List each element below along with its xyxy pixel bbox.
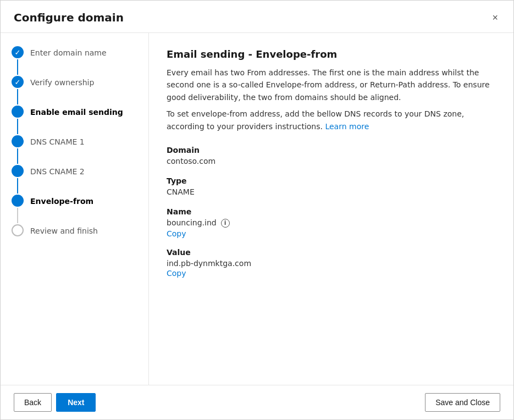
sidebar-item-enter-domain[interactable]: ✓ Enter domain name — [12, 46, 137, 76]
field-value: Value ind.pb-dynmktga.com Copy — [167, 248, 496, 278]
field-name: Name bouncing.ind i Copy — [167, 207, 496, 238]
sidebar-item-review-finish[interactable]: Review and finish — [12, 224, 137, 237]
step-circle-enable-email-sending — [12, 106, 24, 118]
footer-left-buttons: Back Next — [14, 393, 96, 412]
sidebar: ✓ Enter domain name ✓ Verify ownership — [1, 33, 149, 385]
configure-domain-modal: Configure domain × ✓ Enter domain name — [0, 0, 514, 420]
step-line-4 — [17, 148, 18, 164]
modal-body: ✓ Enter domain name ✓ Verify ownership — [1, 33, 513, 385]
content-description1: Every email has two From addresses. The … — [167, 67, 496, 103]
step-indicator-review-finish — [12, 224, 24, 236]
content-title: Email sending - Envelope-from — [167, 48, 496, 60]
step-circle-dns-cname-1 — [12, 135, 24, 147]
step-indicator-enter-domain: ✓ — [12, 46, 24, 76]
step-indicator-verify-ownership: ✓ — [12, 76, 24, 106]
step-indicator-enable-email-sending — [12, 106, 24, 135]
step-circle-enter-domain: ✓ — [12, 46, 24, 58]
field-domain: Domain contoso.com — [167, 146, 496, 167]
step-circle-verify-ownership: ✓ — [12, 76, 24, 88]
field-value-label: Value — [167, 248, 496, 257]
step-line-2 — [17, 89, 18, 104]
step-line-1 — [17, 59, 18, 75]
field-name-label: Name — [167, 207, 496, 216]
close-button[interactable]: × — [490, 10, 500, 25]
step-label-envelope-from: Envelope-from — [30, 195, 93, 207]
sidebar-item-enable-email-sending[interactable]: Enable email sending — [12, 106, 137, 135]
step-indicator-dns-cname-1 — [12, 135, 24, 165]
step-label-enable-email-sending: Enable email sending — [30, 106, 123, 118]
sidebar-item-verify-ownership[interactable]: ✓ Verify ownership — [12, 76, 137, 106]
step-indicator-dns-cname-2 — [12, 165, 24, 195]
sidebar-item-dns-cname-2[interactable]: DNS CNAME 2 — [12, 165, 137, 195]
field-domain-value: contoso.com — [167, 157, 496, 165]
step-label-review-finish: Review and finish — [30, 224, 98, 237]
field-domain-label: Domain — [167, 146, 496, 154]
step-label-verify-ownership: Verify ownership — [30, 76, 94, 89]
field-type-value: CNAME — [167, 187, 496, 196]
info-icon: i — [221, 219, 230, 228]
sidebar-item-dns-cname-1[interactable]: DNS CNAME 1 — [12, 135, 137, 165]
copy-value-link[interactable]: Copy — [167, 269, 496, 278]
step-label-enter-domain: Enter domain name — [30, 46, 107, 59]
learn-more-link[interactable]: Learn more — [325, 122, 369, 131]
field-value-value: ind.pb-dynmktga.com — [167, 259, 496, 268]
step-line-6 — [17, 208, 18, 223]
field-name-value: bouncing.ind — [167, 218, 217, 227]
modal-footer: Back Next Save and Close — [1, 385, 513, 419]
next-button[interactable]: Next — [56, 393, 96, 412]
field-type: Type CNAME — [167, 176, 496, 197]
content-description2-prefix: To set envelope-from address, add the be… — [167, 109, 464, 130]
content-description2: To set envelope-from address, add the be… — [167, 108, 496, 132]
step-circle-envelope-from — [12, 195, 24, 207]
step-indicator-envelope-from — [12, 195, 24, 224]
step-line-5 — [17, 178, 18, 194]
step-line-3 — [17, 119, 18, 134]
field-name-value-row: bouncing.ind i — [167, 218, 496, 228]
modal-header: Configure domain × — [1, 1, 513, 33]
content-area: Email sending - Envelope-from Every emai… — [149, 33, 513, 385]
sidebar-item-envelope-from[interactable]: Envelope-from — [12, 195, 137, 224]
copy-name-link[interactable]: Copy — [167, 229, 496, 238]
step-label-dns-cname-2: DNS CNAME 2 — [30, 165, 85, 178]
step-circle-dns-cname-2 — [12, 165, 24, 177]
field-type-label: Type — [167, 176, 496, 185]
modal-title: Configure domain — [14, 11, 124, 24]
save-close-button[interactable]: Save and Close — [425, 393, 500, 412]
back-button[interactable]: Back — [14, 393, 52, 412]
step-circle-review-finish — [12, 224, 24, 236]
step-label-dns-cname-1: DNS CNAME 1 — [30, 135, 85, 148]
